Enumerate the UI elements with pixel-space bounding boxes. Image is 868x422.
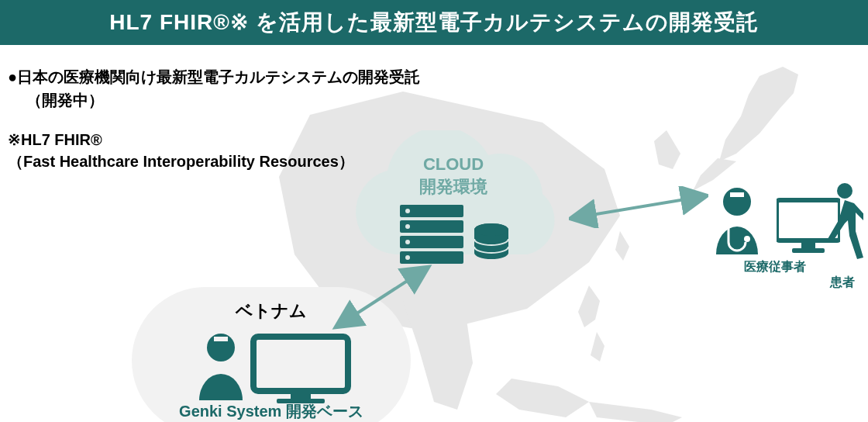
vietnam-caption: Genki System 開発ベース [132, 401, 411, 422]
cloud-title: CLOUD 開発環境 [333, 154, 574, 198]
svg-point-6 [405, 240, 410, 244]
arrow-cloud-vietnam [332, 261, 432, 334]
desc-line1: ●日本の医療機関向け最新型電子カルテシステムの開発受託 [8, 68, 420, 85]
svg-point-5 [405, 224, 410, 229]
patient-walking-icon [822, 182, 863, 267]
svg-point-4 [405, 209, 410, 213]
svg-rect-11 [214, 337, 228, 341]
svg-rect-15 [730, 192, 744, 197]
arrow-cloud-japan [569, 186, 708, 228]
svg-rect-12 [291, 393, 311, 399]
page-title: HL7 FHIR®※ を活用した最新型電子カルテシステムの開発受託 [0, 0, 868, 45]
note-line1: ※HL7 FHIR® [8, 131, 102, 148]
svg-line-21 [578, 197, 699, 217]
svg-point-14 [723, 188, 751, 216]
footnote: ※HL7 FHIR® （Fast Healthcare Interoperabi… [8, 129, 354, 172]
svg-point-16 [744, 236, 750, 242]
patient-node: 患者 [822, 182, 863, 291]
cloud-title-2: 開発環境 [419, 177, 487, 196]
desc-line2: （開発中） [26, 92, 104, 109]
cloud-title-1: CLOUD [423, 154, 484, 174]
title-text: HL7 FHIR®※ を活用した最新型電子カルテシステムの開発受託 [109, 10, 758, 34]
cloud-node: CLOUD 開発環境 [333, 130, 574, 278]
svg-point-19 [837, 183, 852, 199]
description: ●日本の医療機関向け最新型電子カルテシステムの開発受託 （開発中） [8, 65, 420, 112]
diagram: ●日本の医療機関向け最新型電子カルテシステムの開発受託 （開発中） ※HL7 F… [0, 45, 868, 422]
svg-point-7 [405, 255, 410, 260]
medical-staff-icon [710, 185, 764, 254]
note-line2: （Fast Healthcare Interoperability Resour… [8, 153, 354, 170]
svg-point-9 [474, 223, 508, 236]
svg-line-20 [343, 272, 422, 323]
svg-rect-18 [792, 248, 825, 253]
server-db-icon [395, 205, 512, 265]
svg-rect-17 [801, 242, 815, 248]
patient-label: 患者 [822, 275, 863, 291]
developer-monitor-icon [190, 326, 353, 403]
